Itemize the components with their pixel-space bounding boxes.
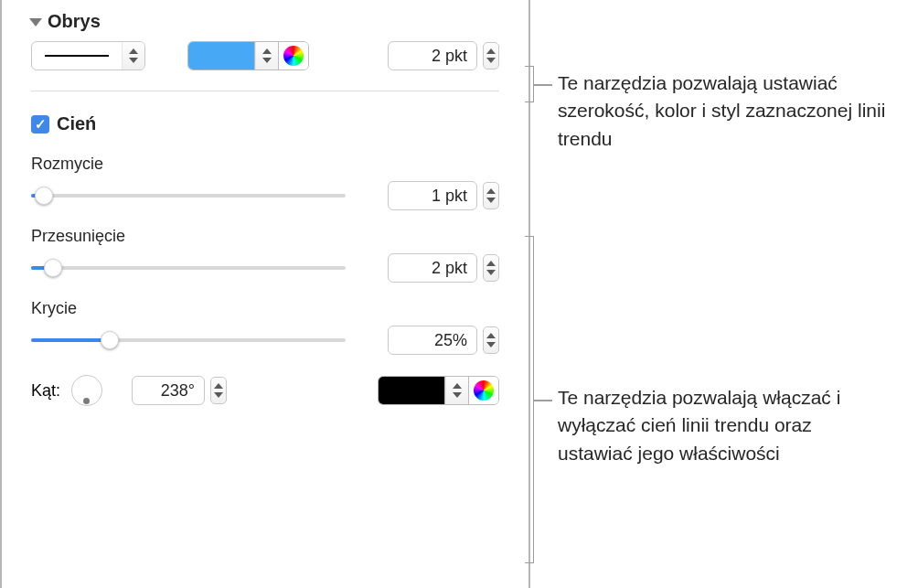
opacity-field[interactable]: 25% — [388, 326, 477, 355]
shadow-checkbox-row: ✓ Cień — [2, 91, 528, 138]
offset-row: 2 pkt — [2, 253, 528, 283]
color-picker-button[interactable] — [279, 41, 308, 70]
stroke-callout-line — [534, 84, 552, 86]
blur-stepper-arrows[interactable] — [483, 182, 499, 209]
inspector-panel: Obrys 2 pkt — [0, 0, 530, 588]
shadow-bracket — [525, 236, 534, 563]
angle-stepper-arrows[interactable] — [210, 377, 227, 404]
color-dropdown-arrows-icon[interactable] — [255, 42, 278, 69]
color-wheel-icon — [283, 46, 304, 66]
stroke-width-field[interactable]: 2 pkt — [388, 41, 477, 70]
angle-indicator-icon — [83, 398, 90, 404]
dropdown-arrows-icon — [122, 42, 144, 69]
stroke-color-well[interactable] — [187, 41, 309, 70]
stroke-width-stepper: 2 pkt — [388, 41, 499, 70]
opacity-stepper: 25% — [388, 326, 499, 355]
shadow-color-swatch[interactable] — [379, 377, 444, 404]
shadow-callout-line — [534, 400, 552, 401]
stroke-bracket — [525, 66, 534, 102]
offset-stepper: 2 pkt — [388, 253, 499, 283]
shadow-color-well[interactable] — [378, 376, 499, 405]
offset-label: Przesunięcie — [2, 210, 528, 253]
stroke-width-stepper-arrows[interactable] — [483, 42, 499, 69]
blur-field[interactable]: 1 pkt — [388, 181, 477, 210]
offset-field[interactable]: 2 pkt — [388, 253, 477, 283]
stroke-controls-row: 2 pkt — [2, 41, 528, 70]
angle-label: Kąt: — [31, 381, 60, 401]
stroke-color-swatch[interactable] — [188, 42, 254, 69]
angle-row: Kąt: 238° — [2, 355, 528, 406]
angle-stepper: 238° — [132, 376, 227, 405]
opacity-row: 25% — [2, 326, 528, 355]
checkmark-icon: ✓ — [35, 117, 47, 131]
disclosure-triangle-icon[interactable] — [29, 18, 42, 27]
offset-slider[interactable] — [31, 259, 346, 277]
shadow-color-dropdown-arrows-icon[interactable] — [445, 377, 468, 404]
line-style-preview — [32, 42, 122, 69]
stroke-section-header[interactable]: Obrys — [2, 7, 528, 41]
stroke-callout-text: Te narzędzia pozwalają ustawiać szerokoś… — [558, 69, 918, 153]
offset-stepper-arrows[interactable] — [483, 254, 499, 282]
shadow-callout-text: Te narzędzia pozwalają włączać i wyłącza… — [558, 384, 887, 467]
opacity-label: Krycie — [2, 283, 528, 326]
blur-row: 1 pkt — [2, 181, 528, 210]
blur-slider[interactable] — [31, 187, 346, 205]
line-style-dropdown[interactable] — [31, 41, 145, 70]
stroke-title: Obrys — [48, 11, 101, 32]
shadow-title: Cień — [57, 113, 96, 134]
shadow-color-picker-button[interactable] — [469, 376, 498, 405]
shadow-checkbox[interactable]: ✓ — [31, 115, 49, 134]
line-icon — [45, 55, 109, 57]
blur-stepper: 1 pkt — [388, 181, 499, 210]
callouts-layer: Te narzędzia pozwalają ustawiać szerokoś… — [530, 0, 918, 588]
angle-dial[interactable] — [71, 375, 102, 406]
color-wheel-icon — [474, 380, 494, 401]
opacity-stepper-arrows[interactable] — [483, 326, 499, 354]
blur-label: Rozmycie — [2, 138, 528, 181]
angle-field[interactable]: 238° — [132, 376, 205, 405]
opacity-slider[interactable] — [31, 331, 346, 349]
